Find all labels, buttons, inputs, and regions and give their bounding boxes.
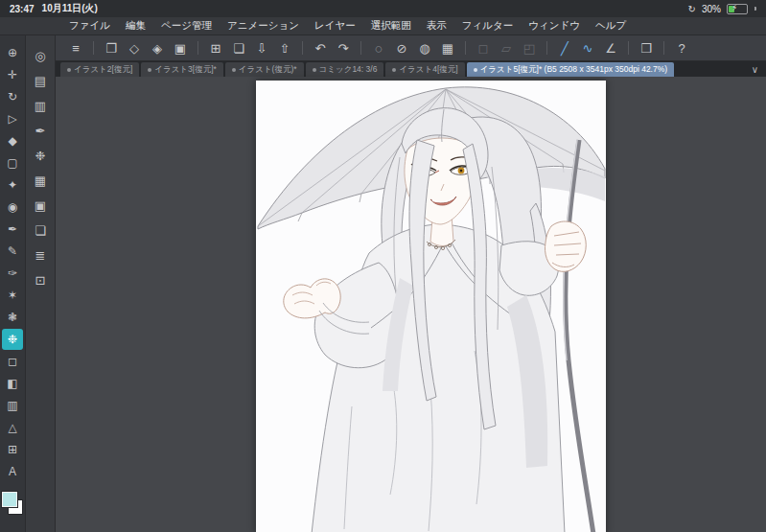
- document-tab[interactable]: イラスト2[復元]: [60, 62, 139, 77]
- zoom-tool-icon[interactable]: ⊕: [2, 42, 23, 63]
- toolbar-divider: [93, 41, 94, 55]
- airbrush-tool-icon[interactable]: ✶: [2, 285, 23, 306]
- select-area-icon[interactable]: ◌: [368, 38, 389, 58]
- quick-access-icon[interactable]: ◎: [29, 44, 52, 67]
- toolbar-divider: [663, 41, 664, 55]
- undo-icon[interactable]: ↶: [310, 38, 331, 58]
- fill-tool-icon[interactable]: ◧: [2, 373, 23, 394]
- blend-tool-icon[interactable]: ❉: [2, 329, 23, 350]
- document-tab[interactable]: イラスト4[復元]: [385, 62, 464, 77]
- battery-tip: [754, 7, 756, 11]
- material-icon[interactable]: ▤: [29, 69, 52, 92]
- document-tab[interactable]: イラスト5[復元]* (B5 2508 x 3541px 350dpi 42.7…: [467, 62, 674, 77]
- help-icon[interactable]: ?: [671, 38, 692, 58]
- menu-item[interactable]: ヘルプ: [588, 19, 634, 33]
- menu-item[interactable]: ウィンドウ: [521, 19, 588, 33]
- document-tab-bar: イラスト2[復元]イラスト3[復元]*イラスト(復元)*コミック14: 3/6イ…: [56, 61, 766, 77]
- palette-icon[interactable]: ▦: [29, 169, 52, 192]
- snap-to-curve-icon[interactable]: ∿: [577, 38, 598, 58]
- date: 10月11日(火): [42, 2, 98, 15]
- redo-icon[interactable]: ↷: [333, 38, 354, 58]
- command-toolbar: ≡❐◇◈▣⊞❏⇩⇧↶↷◌⊘◍▦◻▱◰╱∿∠❒?: [56, 35, 766, 61]
- layer-move-tool-icon[interactable]: ◆: [2, 130, 23, 151]
- invert-selection-icon[interactable]: ◍: [414, 38, 435, 58]
- crop-icon[interactable]: ▦: [437, 38, 458, 58]
- new-canvas-icon[interactable]: ⊞: [205, 38, 226, 58]
- deselect-icon[interactable]: ⊘: [391, 38, 412, 58]
- toolbar-divider: [360, 41, 361, 55]
- tool-list: ⊕✛↻▷◆▢✦◉✒✎✑✶❃❉◻◧▥△⊞A: [2, 41, 23, 483]
- document-tab[interactable]: イラスト3[復元]*: [141, 62, 223, 77]
- flip-canvas-icon[interactable]: ◇: [124, 38, 145, 58]
- settings-store-icon[interactable]: ▣: [29, 194, 52, 217]
- gradient-tool-icon[interactable]: ▥: [2, 395, 23, 416]
- ink-icon[interactable]: ✒: [29, 119, 52, 142]
- main-tool-column: ⊕✛↻▷◆▢✦◉✒✎✑✶❃❉◻◧▥△⊞A: [0, 35, 26, 532]
- toolbar-divider: [465, 41, 466, 55]
- toolbar-divider: [546, 41, 547, 55]
- eyedropper-tool-icon[interactable]: ◉: [2, 197, 23, 218]
- selection-tool-icon[interactable]: ▢: [2, 152, 23, 173]
- measure-icon[interactable]: ∠: [600, 38, 621, 58]
- rotate-canvas-icon[interactable]: ◈: [147, 38, 168, 58]
- decoration-tool-icon[interactable]: ❃: [2, 307, 23, 328]
- panel-layout-icon[interactable]: ❒: [636, 38, 657, 58]
- drawing-canvas[interactable]: [256, 81, 606, 532]
- hand-tool-icon[interactable]: ✛: [2, 64, 23, 85]
- status-bar: 23:47 10月11日(火) ↻ 30% ⚡: [0, 0, 766, 17]
- menu-item[interactable]: フィルター: [454, 19, 521, 33]
- pencil-tool-icon[interactable]: ✎: [2, 241, 23, 262]
- watercolor-icon[interactable]: ❉: [29, 144, 52, 167]
- eraser-tool-icon[interactable]: ◻: [2, 351, 23, 372]
- main-menu-icon[interactable]: ≡: [65, 38, 86, 58]
- snap-to-ruler-icon[interactable]: ╱: [554, 38, 575, 58]
- figure-tool-icon[interactable]: △: [2, 417, 23, 438]
- pen-tool-icon[interactable]: ✒: [2, 219, 23, 240]
- canvas-settings-icon[interactable]: ❐: [101, 38, 122, 58]
- save-icon[interactable]: ⇩: [251, 38, 272, 58]
- tab-overflow-chevron-icon[interactable]: ∨: [744, 61, 766, 77]
- scale-transform-icon: ◻: [473, 38, 494, 58]
- menu-item[interactable]: 表示: [419, 19, 454, 33]
- frame-border-tool-icon[interactable]: ⊞: [2, 439, 23, 460]
- operation-tool-icon[interactable]: ▷: [2, 108, 23, 129]
- layers-icon[interactable]: ≣: [29, 243, 52, 266]
- auto-select-tool-icon[interactable]: ✦: [2, 174, 23, 196]
- open-file-icon[interactable]: ❏: [228, 38, 249, 58]
- orientation-lock-icon: ↻: [688, 4, 696, 14]
- battery-icon: ⚡: [727, 4, 748, 14]
- battery-percent: 30%: [702, 4, 721, 14]
- clip-studio-app: 23:47 10月11日(火) ↻ 30% ⚡ ファイル編集ページ管理アニメーシ…: [0, 0, 766, 532]
- charging-bolt-icon: ⚡: [731, 3, 737, 12]
- left-tool-strip: ⊕✛↻▷◆▢✦◉✒✎✑✶❃❉◻◧▥△⊞A ◎▤▥✒❉▦▣❏≣⊡: [0, 35, 56, 532]
- brush-tool-icon[interactable]: ✑: [2, 263, 23, 284]
- menu-bar: ファイル編集ページ管理アニメーションレイヤー選択範囲表示フィルターウィンドウヘル…: [0, 17, 766, 35]
- menu-item[interactable]: 選択範囲: [363, 19, 419, 33]
- toolbar-divider: [628, 41, 629, 55]
- workspace: [56, 77, 766, 532]
- menu-item[interactable]: ファイル: [61, 19, 118, 33]
- document-tab[interactable]: コミック14: 3/6: [306, 62, 384, 77]
- color-set-icon[interactable]: ▥: [29, 94, 52, 117]
- primary-color-swatch[interactable]: [2, 492, 17, 507]
- export-icon[interactable]: ⇧: [274, 38, 295, 58]
- toolbar-divider: [197, 41, 198, 55]
- tab-list: イラスト2[復元]イラスト3[復元]*イラスト(復元)*コミック14: 3/6イ…: [59, 61, 675, 77]
- reference-window-icon[interactable]: ▣: [170, 38, 191, 58]
- document-tab[interactable]: イラスト(復元)*: [225, 62, 304, 77]
- canvas-artwork: [256, 81, 606, 532]
- clock: 23:47: [10, 4, 35, 14]
- menu-item[interactable]: ページ管理: [153, 19, 220, 33]
- color-swatches[interactable]: [1, 491, 24, 516]
- text-tool-icon[interactable]: A: [2, 461, 23, 482]
- sub-tool-column: ◎▤▥✒❉▦▣❏≣⊡: [26, 35, 56, 532]
- liquify-icon: ◰: [519, 38, 540, 58]
- mesh-transform-icon: ▱: [496, 38, 517, 58]
- toolbar-divider: [302, 41, 303, 55]
- rotate-view-tool-icon[interactable]: ↻: [2, 86, 23, 107]
- menu-item[interactable]: レイヤー: [307, 19, 363, 33]
- menu-item[interactable]: 編集: [118, 19, 153, 33]
- timeline-icon[interactable]: ⊡: [29, 268, 52, 291]
- menu-item[interactable]: アニメーション: [220, 19, 307, 33]
- shapes-icon[interactable]: ❏: [29, 219, 52, 242]
